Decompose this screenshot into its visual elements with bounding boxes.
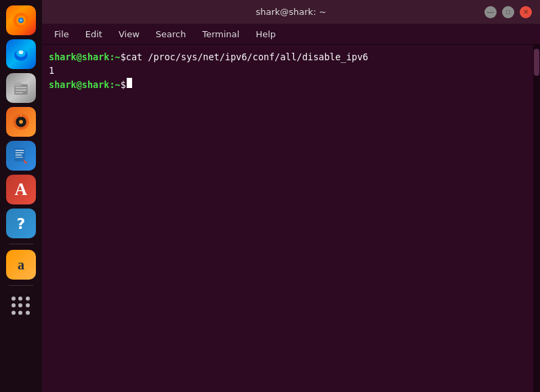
terminal-line-3: shark@shark :~ $ — [49, 78, 533, 91]
prompt-user-2: shark@shark — [49, 78, 109, 91]
svg-rect-17 — [16, 150, 24, 151]
menubar: File Edit View Search Terminal Help — [42, 24, 540, 45]
prompt-dollar-1: $ — [121, 50, 126, 64]
grid-dot — [18, 297, 22, 301]
grid-dot — [26, 311, 30, 315]
dock-icon-files[interactable] — [6, 73, 36, 103]
prompt-user-1: shark@shark — [49, 50, 109, 64]
svg-rect-9 — [16, 87, 27, 89]
cursor — [127, 78, 132, 88]
grid-dot — [12, 311, 16, 315]
titlebar-title: shark@shark: ~ — [255, 7, 326, 17]
menu-terminal[interactable]: Terminal — [195, 26, 246, 42]
menu-view[interactable]: View — [112, 26, 146, 42]
output-text-1: 1 — [49, 64, 54, 77]
menu-help[interactable]: Help — [249, 26, 283, 42]
svg-rect-18 — [16, 152, 24, 153]
terminal-window: shark@shark: ~ — □ ✕ File Edit View Sear… — [42, 0, 540, 392]
dock-divider-2 — [9, 285, 33, 286]
grid-dot — [12, 297, 16, 301]
dock-divider — [9, 244, 33, 244]
amazon-icon-label: a — [18, 257, 24, 273]
svg-rect-20 — [16, 157, 23, 158]
svg-point-3 — [20, 19, 22, 22]
texteditor-icon-label: A — [15, 179, 28, 200]
dock-icon-help[interactable]: ? — [6, 209, 36, 238]
dock-icon-texteditor[interactable]: A — [6, 175, 36, 204]
dock-icon-thunderbird[interactable] — [6, 39, 36, 69]
svg-rect-15 — [20, 114, 21, 117]
svg-point-6 — [19, 50, 24, 54]
titlebar-controls: — □ ✕ — [484, 6, 532, 18]
titlebar: shark@shark: ~ — □ ✕ — [42, 0, 540, 24]
dock-icon-writer[interactable] — [6, 141, 36, 171]
grid-dot — [18, 311, 22, 315]
svg-rect-11 — [16, 92, 23, 93]
menu-edit[interactable]: Edit — [79, 26, 109, 42]
dock-icon-firefox[interactable] — [6, 5, 36, 35]
dock-icon-amazon[interactable]: a — [6, 250, 36, 280]
dock: A ? a — [0, 0, 42, 392]
grid-dot — [12, 303, 16, 307]
terminal-line-1: shark@shark :~ $ cat /proc/sys/net/ipv6/… — [49, 50, 533, 64]
show-apps-button[interactable] — [6, 291, 36, 321]
prompt-path-2: :~ — [109, 78, 120, 91]
grid-dot — [26, 303, 30, 307]
svg-point-14 — [19, 120, 23, 124]
scrollbar-thumb[interactable] — [534, 49, 539, 76]
dock-icon-rhythmbox[interactable] — [6, 107, 36, 137]
grid-dot — [26, 297, 30, 301]
grid-dot — [18, 303, 22, 307]
maximize-button[interactable]: □ — [502, 6, 514, 18]
svg-rect-8 — [14, 83, 21, 87]
minimize-button[interactable]: — — [484, 6, 497, 18]
scrollbar-track[interactable] — [533, 45, 540, 392]
terminal-content[interactable]: shark@shark :~ $ cat /proc/sys/net/ipv6/… — [42, 45, 540, 392]
svg-rect-19 — [16, 154, 22, 155]
terminal-line-2: 1 — [49, 64, 533, 77]
command-text-1: cat /proc/sys/net/ipv6/conf/all/disable_… — [126, 50, 369, 64]
prompt-dollar-2: $ — [121, 78, 126, 91]
menu-search[interactable]: Search — [149, 26, 193, 42]
close-button[interactable]: ✕ — [520, 6, 532, 18]
prompt-path-1: :~ — [109, 50, 120, 64]
help-icon-label: ? — [17, 215, 26, 232]
menu-file[interactable]: File — [47, 26, 76, 42]
svg-rect-10 — [16, 89, 27, 91]
